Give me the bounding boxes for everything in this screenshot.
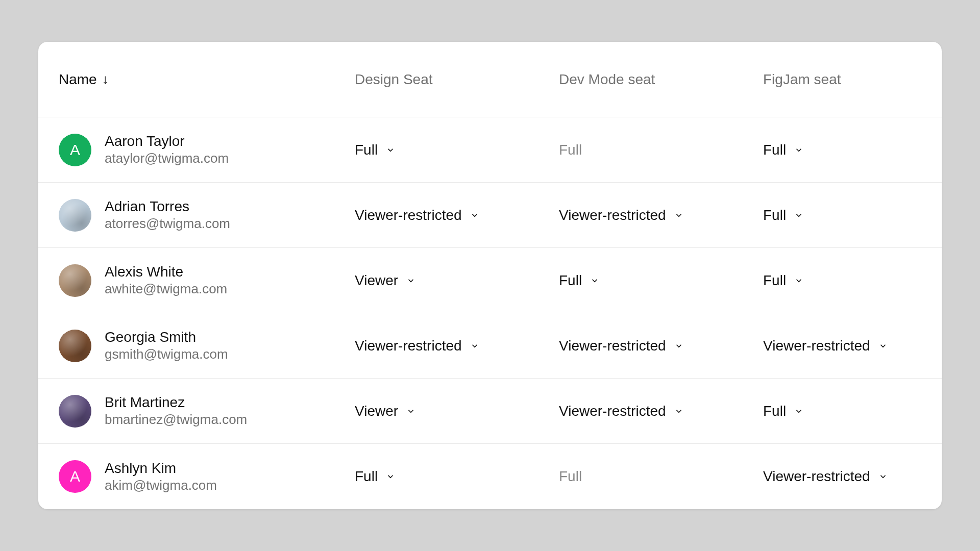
- user-email: bmartinez@twigma.com: [105, 412, 247, 428]
- figjam-seat-select[interactable]: Full: [763, 403, 921, 419]
- chevron-down-icon: [674, 341, 683, 350]
- seat-label: Full: [763, 272, 786, 289]
- seat-label: Full: [559, 272, 582, 289]
- figjam-seat-select[interactable]: Full: [763, 142, 921, 158]
- chevron-down-icon: [406, 407, 415, 416]
- chevron-down-icon: [878, 472, 888, 481]
- avatar: [59, 330, 91, 362]
- chevron-down-icon: [386, 145, 395, 155]
- user-name: Brit Martinez: [105, 394, 247, 411]
- column-header-design[interactable]: Design Seat: [355, 71, 559, 88]
- design-seat-select[interactable]: Viewer: [355, 272, 559, 289]
- seat-label: Full: [763, 142, 786, 158]
- seat-label: Viewer-restricted: [355, 207, 462, 223]
- dev-seat-static: Full: [559, 468, 763, 485]
- user-text: Adrian Torresatorres@twigma.com: [105, 198, 230, 232]
- seat-label: Full: [763, 403, 786, 419]
- table-row: Alexis Whiteawhite@twigma.comViewerFullF…: [38, 248, 942, 313]
- user-email: awhite@twigma.com: [105, 281, 227, 297]
- user-email: akim@twigma.com: [105, 478, 217, 493]
- dev-seat-select[interactable]: Viewer-restricted: [559, 403, 763, 419]
- chevron-down-icon: [878, 341, 888, 350]
- avatar: [59, 395, 91, 428]
- column-header-name-label: Name: [59, 71, 97, 88]
- seat-label: Viewer-restricted: [355, 338, 462, 354]
- user-name: Adrian Torres: [105, 198, 230, 215]
- table-row: AAaron Taylorataylor@twigma.comFullFullF…: [38, 117, 942, 183]
- user-name: Georgia Smith: [105, 329, 228, 345]
- user-text: Brit Martinezbmartinez@twigma.com: [105, 394, 247, 428]
- chevron-down-icon: [794, 145, 803, 155]
- chevron-down-icon: [794, 211, 803, 220]
- user-text: Ashlyn Kimakim@twigma.com: [105, 460, 217, 493]
- user-email: ataylor@twigma.com: [105, 151, 229, 166]
- table-row: Brit Martinezbmartinez@twigma.comViewerV…: [38, 379, 942, 444]
- user-cell[interactable]: AAaron Taylorataylor@twigma.com: [59, 133, 355, 166]
- figjam-seat-select[interactable]: Viewer-restricted: [763, 338, 921, 354]
- seat-label: Viewer: [355, 272, 398, 289]
- design-seat-select[interactable]: Full: [355, 468, 559, 485]
- chevron-down-icon: [406, 276, 415, 285]
- seat-label: Viewer-restricted: [559, 207, 666, 223]
- figjam-seat-select[interactable]: Full: [763, 272, 921, 289]
- column-header-dev[interactable]: Dev Mode seat: [559, 71, 763, 88]
- design-seat-select[interactable]: Full: [355, 142, 559, 158]
- figjam-seat-select[interactable]: Full: [763, 207, 921, 223]
- design-seat-select[interactable]: Viewer: [355, 403, 559, 419]
- user-email: atorres@twigma.com: [105, 216, 230, 232]
- seat-label: Viewer-restricted: [763, 338, 870, 354]
- user-name: Ashlyn Kim: [105, 460, 217, 477]
- chevron-down-icon: [386, 472, 395, 481]
- seat-label: Full: [763, 207, 786, 223]
- avatar: A: [59, 134, 91, 166]
- seat-label: Viewer: [355, 403, 398, 419]
- design-seat-select[interactable]: Viewer-restricted: [355, 207, 559, 223]
- chevron-down-icon: [590, 276, 599, 285]
- chevron-down-icon: [794, 276, 803, 285]
- seat-label: Full: [355, 468, 378, 485]
- seat-label: Viewer-restricted: [559, 403, 666, 419]
- table-body: AAaron Taylorataylor@twigma.comFullFullF…: [38, 117, 942, 509]
- column-header-name[interactable]: Name ↓: [59, 71, 355, 88]
- dev-seat-select[interactable]: Viewer-restricted: [559, 207, 763, 223]
- chevron-down-icon: [470, 211, 479, 220]
- table-header-row: Name ↓ Design Seat Dev Mode seat FigJam …: [38, 42, 942, 117]
- seat-label: Viewer-restricted: [559, 338, 666, 354]
- table-row: Adrian Torresatorres@twigma.comViewer-re…: [38, 183, 942, 248]
- avatar: [59, 264, 91, 297]
- figjam-seat-select[interactable]: Viewer-restricted: [763, 468, 921, 485]
- table-row: Georgia Smithgsmith@twigma.comViewer-res…: [38, 313, 942, 379]
- user-name: Alexis White: [105, 264, 227, 280]
- user-cell[interactable]: Alexis Whiteawhite@twigma.com: [59, 264, 355, 297]
- avatar: [59, 199, 91, 232]
- seat-label: Viewer-restricted: [763, 468, 870, 485]
- user-cell[interactable]: Georgia Smithgsmith@twigma.com: [59, 329, 355, 362]
- column-header-figjam[interactable]: FigJam seat: [763, 71, 921, 88]
- dev-seat-select[interactable]: Viewer-restricted: [559, 338, 763, 354]
- table-row: AAshlyn Kimakim@twigma.comFullFullViewer…: [38, 444, 942, 509]
- seat-label: Full: [355, 142, 378, 158]
- chevron-down-icon: [674, 211, 683, 220]
- chevron-down-icon: [470, 341, 479, 350]
- chevron-down-icon: [794, 407, 803, 416]
- dev-seat-static: Full: [559, 142, 763, 158]
- user-email: gsmith@twigma.com: [105, 346, 228, 362]
- user-cell[interactable]: Adrian Torresatorres@twigma.com: [59, 198, 355, 232]
- user-cell[interactable]: Brit Martinezbmartinez@twigma.com: [59, 394, 355, 428]
- user-text: Georgia Smithgsmith@twigma.com: [105, 329, 228, 362]
- dev-seat-select[interactable]: Full: [559, 272, 763, 289]
- members-table: Name ↓ Design Seat Dev Mode seat FigJam …: [38, 42, 942, 509]
- chevron-down-icon: [674, 407, 683, 416]
- user-text: Aaron Taylorataylor@twigma.com: [105, 133, 229, 166]
- user-cell[interactable]: AAshlyn Kimakim@twigma.com: [59, 460, 355, 493]
- user-text: Alexis Whiteawhite@twigma.com: [105, 264, 227, 297]
- user-name: Aaron Taylor: [105, 133, 229, 149]
- sort-arrow-down-icon: ↓: [102, 71, 109, 87]
- design-seat-select[interactable]: Viewer-restricted: [355, 338, 559, 354]
- avatar: A: [59, 460, 91, 493]
